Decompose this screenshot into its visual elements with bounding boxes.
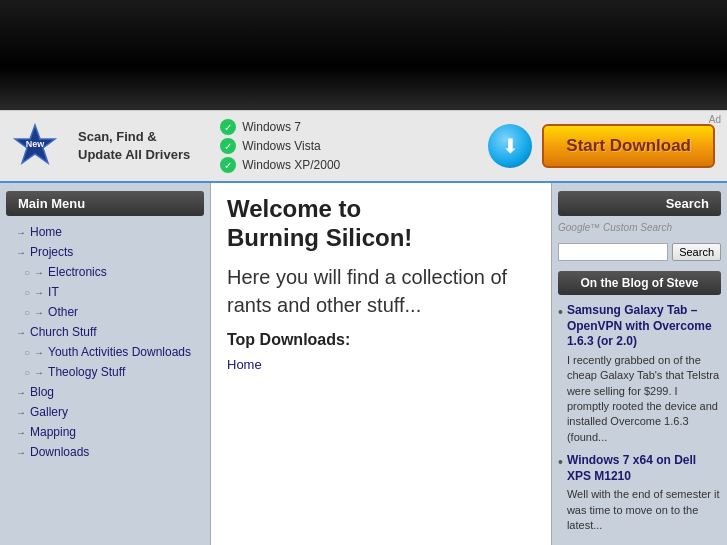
blog-post-2: • Windows 7 x64 on Dell XPS M1210 Well w… bbox=[558, 453, 721, 533]
blog-post-title-1[interactable]: Samsung Galaxy Tab – OpenVPN with Overco… bbox=[567, 303, 721, 350]
ad-os-item-xp: ✓ Windows XP/2000 bbox=[220, 157, 340, 173]
blog-post-text-2: Well with the end of semester it was tim… bbox=[567, 487, 721, 533]
arrow-icon-other: → bbox=[34, 307, 44, 318]
blog-section-header: On the Blog of Steve bbox=[558, 271, 721, 295]
search-button[interactable]: Search bbox=[672, 243, 721, 261]
arrow-icon-theology: → bbox=[34, 367, 44, 378]
middle-content: Welcome to Burning Silicon! Here you wil… bbox=[210, 183, 552, 545]
left-sidebar: Main Menu → Home → Projects ○ → Electron… bbox=[0, 183, 210, 545]
check-icon-vista: ✓ bbox=[220, 138, 236, 154]
google-logo: Google™ Custom Search bbox=[558, 222, 672, 233]
sidebar-item-youth[interactable]: ○ → Youth Activities Downloads bbox=[0, 342, 210, 362]
search-section-header: Search bbox=[558, 191, 721, 216]
arrow-icon-downloads: → bbox=[16, 447, 26, 458]
sidebar-item-other[interactable]: ○ → Other bbox=[0, 302, 210, 322]
blog-post-1: • Samsung Galaxy Tab – OpenVPN with Over… bbox=[558, 303, 721, 445]
arrow-icon-church: → bbox=[16, 327, 26, 338]
arrow-icon-it: → bbox=[34, 287, 44, 298]
bullet-icon-other: ○ bbox=[24, 307, 30, 318]
new-star-badge: New bbox=[12, 123, 58, 169]
sidebar-item-downloads[interactable]: → Downloads bbox=[0, 442, 210, 462]
arrow-icon-projects: → bbox=[16, 247, 26, 258]
ad-os-item-win7: ✓ Windows 7 bbox=[220, 119, 340, 135]
blog-post-title-2[interactable]: Windows 7 x64 on Dell XPS M1210 bbox=[567, 453, 721, 484]
right-sidebar: Search Google™ Custom Search Search On t… bbox=[552, 183, 727, 545]
sidebar-item-electronics[interactable]: ○ → Electronics bbox=[0, 262, 210, 282]
sidebar-header: Main Menu bbox=[6, 191, 204, 216]
bullet-icon-it: ○ bbox=[24, 287, 30, 298]
arrow-icon-youth: → bbox=[34, 347, 44, 358]
ad-text: Scan, Find & Update All Drivers bbox=[78, 128, 190, 164]
sidebar-item-home[interactable]: → Home bbox=[0, 222, 210, 242]
svg-text:New: New bbox=[26, 139, 46, 149]
breadcrumb-home[interactable]: Home bbox=[227, 357, 262, 372]
arrow-icon-mapping: → bbox=[16, 427, 26, 438]
top-downloads-header: Top Downloads: bbox=[227, 331, 535, 349]
check-icon-win7: ✓ bbox=[220, 119, 236, 135]
ad-bar: New Scan, Find & Update All Drivers ✓ Wi… bbox=[0, 110, 727, 183]
check-icon-xp: ✓ bbox=[220, 157, 236, 173]
ad-os-item-vista: ✓ Windows Vista bbox=[220, 138, 340, 154]
start-download-button[interactable]: Start Download bbox=[542, 124, 715, 168]
sidebar-item-projects[interactable]: → Projects bbox=[0, 242, 210, 262]
blog-bullet-1: • bbox=[558, 304, 563, 320]
arrow-icon-electronics: → bbox=[34, 267, 44, 278]
main-content: Main Menu → Home → Projects ○ → Electron… bbox=[0, 183, 727, 545]
top-banner bbox=[0, 0, 727, 110]
sidebar-item-mapping[interactable]: → Mapping bbox=[0, 422, 210, 442]
blog-bullet-2: • bbox=[558, 454, 563, 470]
sidebar-item-gallery[interactable]: → Gallery bbox=[0, 402, 210, 422]
bullet-icon-youth: ○ bbox=[24, 347, 30, 358]
ad-download-section: ⬇ Start Download bbox=[488, 124, 715, 168]
download-arrow-icon: ⬇ bbox=[488, 124, 532, 168]
bullet-icon-theology: ○ bbox=[24, 367, 30, 378]
sidebar-item-church[interactable]: → Church Stuff bbox=[0, 322, 210, 342]
sidebar-item-theology[interactable]: ○ → Theology Stuff bbox=[0, 362, 210, 382]
blog-post-text-1: I recently grabbed on of the cheap Galax… bbox=[567, 353, 721, 445]
ad-label: Ad bbox=[709, 114, 721, 125]
search-box: Google™ Custom Search bbox=[558, 222, 721, 233]
arrow-icon-blog: → bbox=[16, 387, 26, 398]
page-subtitle: Here you will find a collection of rants… bbox=[227, 263, 535, 319]
ad-os-list: ✓ Windows 7 ✓ Windows Vista ✓ Windows XP… bbox=[220, 119, 340, 173]
arrow-icon-gallery: → bbox=[16, 407, 26, 418]
search-input[interactable] bbox=[558, 243, 668, 261]
page-title: Welcome to Burning Silicon! bbox=[227, 195, 535, 253]
sidebar-item-blog[interactable]: → Blog bbox=[0, 382, 210, 402]
bullet-icon-electronics: ○ bbox=[24, 267, 30, 278]
arrow-icon-home: → bbox=[16, 227, 26, 238]
sidebar-item-it[interactable]: ○ → IT bbox=[0, 282, 210, 302]
